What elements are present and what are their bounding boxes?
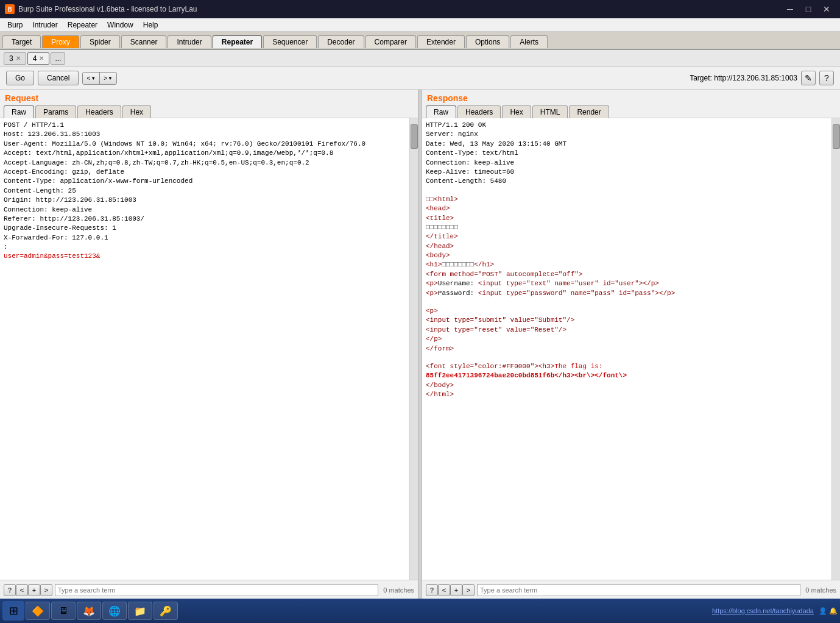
request-text[interactable]: POST / HTTP/1.1 Host: 123.206.31.85:1003… bbox=[0, 118, 409, 580]
back-dropdown-icon: ▼ bbox=[91, 76, 96, 81]
request-search-add[interactable]: + bbox=[28, 584, 40, 596]
response-search-input[interactable] bbox=[477, 584, 800, 596]
window-title: Burp Suite Professional v1.6beta - licen… bbox=[18, 5, 197, 13]
response-tab-hex[interactable]: Hex bbox=[502, 105, 531, 118]
repeater-tab-3[interactable]: 3 ✕ bbox=[4, 52, 26, 65]
request-search-input[interactable] bbox=[55, 584, 378, 596]
repeater-tab-bar: 3 ✕ 4 ✕ ... bbox=[0, 50, 840, 67]
window-controls: ─ □ ✕ bbox=[782, 3, 835, 15]
forward-arrow-icon: > bbox=[104, 75, 107, 82]
taskbar-firefox[interactable]: 🦊 bbox=[77, 602, 101, 620]
request-search-bar: ? < + > 0 matches bbox=[0, 580, 418, 599]
tab-scanner[interactable]: Scanner bbox=[121, 35, 167, 48]
response-tab-render[interactable]: Render bbox=[569, 105, 609, 118]
tool-icon: 🔑 bbox=[159, 604, 172, 618]
edit-target-button[interactable]: ✎ bbox=[801, 71, 816, 85]
forward-dropdown-icon: ▼ bbox=[108, 76, 113, 81]
forward-button[interactable]: > ▼ bbox=[100, 73, 116, 84]
tab-sequencer[interactable]: Sequencer bbox=[263, 35, 317, 48]
title-bar-left: B Burp Suite Professional v1.6beta - lic… bbox=[5, 4, 197, 14]
go-button[interactable]: Go bbox=[6, 71, 34, 85]
tab-target[interactable]: Target bbox=[2, 35, 41, 48]
menu-repeater[interactable]: Repeater bbox=[63, 20, 102, 30]
menu-help[interactable]: Help bbox=[138, 20, 163, 30]
request-tab-headers[interactable]: Headers bbox=[77, 105, 121, 118]
target-help-button[interactable]: ? bbox=[819, 71, 834, 85]
request-panel: Request Raw Params Headers Hex POST / HT… bbox=[0, 90, 418, 599]
request-scrollbar-thumb bbox=[411, 124, 418, 149]
tab-options[interactable]: Options bbox=[466, 35, 509, 48]
request-search-back[interactable]: < bbox=[16, 584, 28, 596]
response-panel: Response Raw Headers Hex HTML Render HTT… bbox=[422, 90, 840, 599]
repeater-toolbar: Go Cancel < ▼ > ▼ Target: http://123.206… bbox=[0, 67, 840, 90]
request-match-count: 0 matches bbox=[383, 586, 414, 594]
taskbar-burp[interactable]: 🔶 bbox=[26, 602, 50, 620]
main-content: Request Raw Params Headers Hex POST / HT… bbox=[0, 90, 840, 599]
menu-intruder[interactable]: Intruder bbox=[27, 20, 62, 30]
request-search-help[interactable]: ? bbox=[4, 584, 16, 596]
taskbar-folder[interactable]: 📁 bbox=[128, 602, 152, 620]
title-bar: B Burp Suite Professional v1.6beta - lic… bbox=[0, 0, 840, 18]
taskbar-sys-icons: 👤 🔔 bbox=[819, 607, 838, 615]
response-sub-tabs: Raw Headers Hex HTML Render bbox=[422, 105, 840, 118]
menu-bar: Burp Intruder Repeater Window Help bbox=[0, 18, 840, 32]
taskbar-url[interactable]: https://blog.csdn.net/taochiyudada bbox=[712, 607, 814, 614]
request-title: Request bbox=[0, 90, 418, 105]
repeater-tab-3-label: 3 bbox=[9, 54, 13, 63]
taskbar-tool[interactable]: 🔑 bbox=[154, 602, 178, 620]
request-tab-params[interactable]: Params bbox=[35, 105, 76, 118]
repeater-tab-more[interactable]: ... bbox=[51, 52, 65, 65]
start-button[interactable]: ⊞ bbox=[2, 601, 24, 621]
request-tab-hex[interactable]: Hex bbox=[122, 105, 151, 118]
request-sub-tabs: Raw Params Headers Hex bbox=[0, 105, 418, 118]
tab-proxy[interactable]: Proxy bbox=[42, 35, 79, 48]
request-search-forward[interactable]: > bbox=[40, 584, 52, 596]
chrome-icon: 🌐 bbox=[108, 604, 121, 618]
response-title: Response bbox=[422, 90, 840, 105]
response-tab-headers[interactable]: Headers bbox=[457, 105, 501, 118]
tab-repeater[interactable]: Repeater bbox=[213, 35, 262, 48]
taskbar-chrome[interactable]: 🌐 bbox=[102, 602, 127, 620]
tab-alerts[interactable]: Alerts bbox=[510, 35, 548, 48]
response-tab-html[interactable]: HTML bbox=[532, 105, 568, 118]
repeater-tab-4[interactable]: 4 ✕ bbox=[27, 52, 50, 65]
tab-spider[interactable]: Spider bbox=[80, 35, 120, 48]
tab-extender[interactable]: Extender bbox=[417, 35, 465, 48]
response-match-count: 0 matches bbox=[805, 586, 836, 594]
burp-icon: 🔶 bbox=[31, 604, 44, 618]
response-search-back[interactable]: < bbox=[438, 584, 450, 596]
tab-comparer[interactable]: Comparer bbox=[365, 35, 416, 48]
menu-window[interactable]: Window bbox=[102, 20, 138, 30]
taskbar: ⊞ 🔶 🖥 🦊 🌐 📁 🔑 https://blog.csdn.net/taoc… bbox=[0, 599, 840, 623]
repeater-tab-3-close[interactable]: ✕ bbox=[16, 55, 21, 62]
response-scrollbar-thumb bbox=[833, 124, 840, 149]
repeater-tab-4-close[interactable]: ✕ bbox=[39, 55, 44, 62]
tab-intruder[interactable]: Intruder bbox=[168, 35, 211, 48]
response-search-help[interactable]: ? bbox=[426, 584, 438, 596]
menu-burp[interactable]: Burp bbox=[2, 20, 27, 30]
response-text[interactable]: HTTP/1.1 200 OKServer: nginx Date: Wed, … bbox=[422, 118, 831, 580]
response-scrollbar[interactable] bbox=[831, 118, 840, 580]
back-arrow-icon: < bbox=[86, 75, 90, 82]
repeater-tab-4-label: 4 bbox=[33, 54, 37, 63]
response-search-add[interactable]: + bbox=[450, 584, 462, 596]
response-search-bar: ? < + > 0 matches bbox=[422, 580, 840, 599]
target-label: Target: http://123.206.31.85:1003 bbox=[690, 74, 797, 82]
maximize-button[interactable]: □ bbox=[800, 3, 817, 15]
taskbar-right: https://blog.csdn.net/taochiyudada 👤 🔔 bbox=[712, 607, 838, 615]
main-tab-bar: Target Proxy Spider Scanner Intruder Rep… bbox=[0, 32, 840, 50]
request-content-area: POST / HTTP/1.1 Host: 123.206.31.85:1003… bbox=[0, 118, 418, 580]
tab-decoder[interactable]: Decoder bbox=[318, 35, 364, 48]
minimize-button[interactable]: ─ bbox=[782, 3, 799, 15]
app-icon: B bbox=[5, 4, 15, 14]
explorer-icon: 🖥 bbox=[57, 604, 70, 618]
cancel-button[interactable]: Cancel bbox=[38, 71, 79, 85]
request-scrollbar[interactable] bbox=[409, 118, 418, 580]
back-button[interactable]: < ▼ bbox=[83, 73, 100, 84]
request-tab-raw[interactable]: Raw bbox=[4, 105, 34, 118]
close-window-button[interactable]: ✕ bbox=[818, 3, 835, 15]
taskbar-explorer[interactable]: 🖥 bbox=[51, 602, 76, 620]
response-search-forward[interactable]: > bbox=[462, 584, 475, 596]
response-tab-raw[interactable]: Raw bbox=[426, 105, 456, 118]
folder-icon: 📁 bbox=[133, 604, 147, 618]
